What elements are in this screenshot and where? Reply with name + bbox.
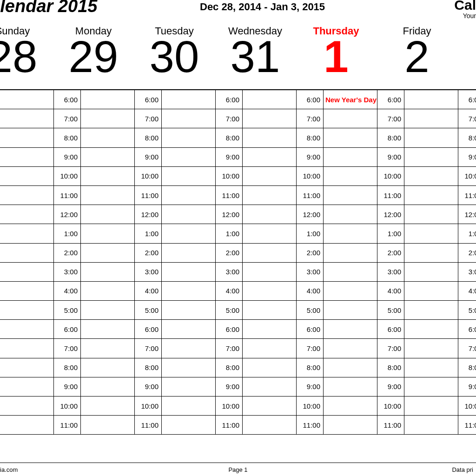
event-slot[interactable] [324, 224, 377, 243]
event-slot[interactable] [162, 301, 215, 319]
time-cell[interactable]: 7:00 [0, 339, 54, 357]
time-cell[interactable]: 10:00 [54, 167, 135, 185]
event-slot[interactable] [81, 320, 134, 338]
event-slot[interactable] [404, 186, 458, 205]
event-slot[interactable] [324, 320, 377, 338]
time-cell[interactable]: 11:00 [0, 416, 54, 434]
event-slot[interactable] [243, 109, 296, 128]
time-cell[interactable]: 5:00 [54, 301, 135, 319]
time-cell[interactable]: 7:00 [458, 339, 476, 357]
event-slot[interactable] [81, 358, 134, 377]
event-slot[interactable] [0, 224, 53, 243]
time-cell[interactable]: 8:00 [458, 358, 476, 377]
time-cell[interactable]: 9:00 [458, 377, 476, 396]
event-slot[interactable] [81, 167, 134, 185]
time-cell[interactable]: 5:00 [377, 301, 458, 319]
time-cell[interactable]: 8:00 [0, 128, 54, 147]
time-cell[interactable]: 8:00 [216, 128, 297, 147]
event-slot[interactable] [162, 397, 215, 415]
time-cell[interactable]: 9:00 [297, 377, 377, 396]
event-slot[interactable] [81, 148, 134, 166]
time-cell[interactable]: 2:00 [216, 244, 297, 262]
event-slot[interactable] [0, 205, 53, 224]
event-slot[interactable] [162, 320, 215, 338]
time-cell[interactable]: 2:00 [297, 244, 377, 262]
event-slot[interactable] [324, 377, 377, 396]
time-cell[interactable]: 8:00 [54, 358, 135, 377]
event-slot[interactable] [324, 339, 377, 357]
time-cell[interactable]: 8:00 [377, 128, 458, 147]
time-cell[interactable]: 1:00 [0, 224, 54, 243]
event-slot[interactable] [81, 263, 134, 281]
event-slot[interactable] [0, 282, 53, 300]
event-slot[interactable] [324, 244, 377, 262]
time-cell[interactable]: 7:00 [135, 109, 216, 128]
time-cell[interactable]: 7:00 [458, 109, 476, 128]
time-cell[interactable]: 11:00 [297, 416, 377, 434]
event-slot[interactable] [0, 90, 53, 109]
event-slot[interactable] [324, 263, 377, 281]
time-cell[interactable]: 3:00 [216, 263, 297, 281]
time-cell[interactable]: 10:00 [135, 397, 216, 415]
time-cell[interactable]: 8:00 [54, 128, 135, 147]
time-cell[interactable]: 9:00 [135, 377, 216, 396]
event-slot[interactable] [81, 128, 134, 147]
time-cell[interactable]: 7:00 [135, 339, 216, 357]
time-cell[interactable]: 11:00 [377, 186, 458, 205]
time-cell[interactable]: 6:00 [54, 320, 135, 338]
event-slot[interactable] [162, 358, 215, 377]
event-slot[interactable] [162, 148, 215, 166]
event-slot[interactable] [243, 397, 296, 415]
time-cell[interactable]: 3:00 [0, 263, 54, 281]
time-cell[interactable]: 5:00 [0, 301, 54, 319]
event-slot[interactable] [324, 416, 377, 434]
time-cell[interactable]: 11:00 [297, 186, 377, 205]
event-slot[interactable] [81, 416, 134, 434]
event-slot[interactable] [324, 167, 377, 185]
time-cell[interactable]: 1:00 [377, 224, 458, 243]
time-cell[interactable]: 10:00 [377, 397, 458, 415]
time-cell[interactable]: 7:00 [216, 109, 297, 128]
event-slot[interactable] [0, 301, 53, 319]
event-slot[interactable] [81, 377, 134, 396]
time-cell[interactable]: 11:00 [135, 416, 216, 434]
time-cell[interactable]: 11:00 [54, 186, 135, 205]
event-slot[interactable] [243, 186, 296, 205]
event-slot[interactable] [243, 148, 296, 166]
event-slot[interactable] [324, 109, 377, 128]
time-cell[interactable]: 2:00 [377, 244, 458, 262]
time-cell[interactable]: 4:00 [54, 282, 135, 300]
time-cell[interactable]: 1:00 [216, 224, 297, 243]
event-slot[interactable] [162, 109, 215, 128]
event-slot[interactable] [162, 167, 215, 185]
time-cell[interactable]: 3:00 [135, 263, 216, 281]
event-slot[interactable] [404, 320, 458, 338]
event-slot[interactable] [324, 301, 377, 319]
event-slot[interactable] [404, 397, 458, 415]
time-cell[interactable]: 6:00 [216, 90, 297, 109]
event-slot[interactable] [404, 148, 458, 166]
time-cell[interactable]: 6:00 [0, 320, 54, 338]
time-cell[interactable]: 9:00 [297, 148, 377, 166]
time-cell[interactable]: 5:00 [458, 301, 476, 319]
time-cell[interactable]: 9:00 [54, 148, 135, 166]
time-cell[interactable]: 9:00 [216, 148, 297, 166]
time-cell[interactable]: 10:00 [297, 397, 377, 415]
time-cell[interactable]: 10:00 [377, 167, 458, 185]
event-slot[interactable] [404, 167, 458, 185]
time-cell[interactable]: 6:00 [377, 90, 458, 109]
event-slot[interactable] [81, 186, 134, 205]
time-cell[interactable]: 11:00 [458, 186, 476, 205]
time-cell[interactable]: 7:00 [377, 339, 458, 357]
event-slot[interactable] [0, 263, 53, 281]
time-cell[interactable]: 10:00 [297, 167, 377, 185]
time-cell[interactable]: 12:00 [377, 205, 458, 224]
time-cell[interactable]: 8:00 [297, 358, 377, 377]
time-cell[interactable]: 10:00 [0, 397, 54, 415]
time-cell[interactable]: 6:00 [377, 320, 458, 338]
event-slot[interactable] [404, 244, 458, 262]
time-cell[interactable]: 4:00 [297, 282, 377, 300]
time-cell[interactable]: 10:00 [216, 397, 297, 415]
time-cell[interactable]: 7:00 [54, 339, 135, 357]
time-cell[interactable]: 5:00 [297, 301, 377, 319]
